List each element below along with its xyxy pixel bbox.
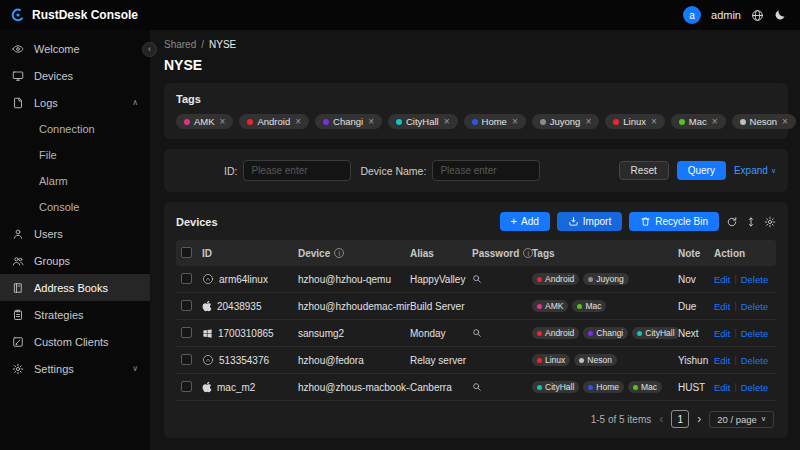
remove-tag-icon[interactable]: ×: [295, 117, 301, 127]
expand-toggle[interactable]: Expand ∨: [734, 165, 776, 176]
apple-icon: [202, 300, 212, 312]
prev-page-button[interactable]: ‹: [659, 413, 663, 425]
recycle-bin-button[interactable]: Recycle Bin: [629, 212, 719, 231]
remove-tag-icon[interactable]: ×: [512, 117, 518, 127]
tag-chip[interactable]: Android×: [239, 114, 309, 129]
sidebar-collapse-button[interactable]: ‹: [142, 42, 157, 57]
reset-button[interactable]: Reset: [619, 161, 669, 180]
row-checkbox[interactable]: [181, 327, 192, 338]
column-header-note[interactable]: Note: [678, 248, 714, 259]
tag-chip[interactable]: Mac×: [671, 114, 726, 129]
column-header-alias[interactable]: Alias: [410, 248, 472, 259]
tag-chip[interactable]: Juyong×: [532, 114, 599, 129]
row-checkbox[interactable]: [181, 381, 192, 392]
tag-chip[interactable]: AMK×: [176, 114, 233, 129]
tag-chip[interactable]: Linux×: [605, 114, 665, 129]
delete-link[interactable]: Delete: [741, 328, 768, 339]
edit-link[interactable]: Edit: [714, 355, 730, 366]
sidebar-item-settings[interactable]: Settings ∨: [0, 355, 150, 382]
row-checkbox[interactable]: [181, 273, 192, 284]
tag-label: Home: [482, 116, 507, 127]
view-password-icon[interactable]: [472, 274, 482, 284]
device-note: Nov: [678, 274, 714, 285]
tag-chip[interactable]: Neson×: [732, 114, 796, 129]
sidebar-item-logs[interactable]: Logs ∧: [0, 89, 150, 116]
remove-tag-icon[interactable]: ×: [585, 117, 591, 127]
tag-label: Neson: [750, 116, 777, 127]
column-header-password[interactable]: Passwordi: [472, 248, 532, 259]
sidebar-item-welcome[interactable]: Welcome: [0, 35, 150, 62]
tag-label: Mac: [585, 301, 601, 311]
delete-link[interactable]: Delete: [741, 274, 768, 285]
row-checkbox[interactable]: [181, 300, 192, 311]
sidebar-item-console[interactable]: Console: [0, 194, 150, 220]
theme-toggle-icon[interactable]: [774, 9, 786, 21]
sidebar: Welcome Devices Logs ∧ Connection File A…: [0, 30, 150, 450]
edit-link[interactable]: Edit: [714, 274, 730, 285]
avatar[interactable]: a: [683, 6, 701, 24]
remove-tag-icon[interactable]: ×: [651, 117, 657, 127]
sidebar-item-address-books[interactable]: Address Books: [0, 274, 150, 301]
filter-actions: Reset Query Expand ∨: [619, 161, 776, 180]
sidebar-item-connection[interactable]: Connection: [0, 116, 150, 142]
query-button[interactable]: Query: [677, 161, 726, 180]
sidebar-item-custom-clients[interactable]: Custom Clients: [0, 328, 150, 355]
column-header-tags[interactable]: Tags: [532, 248, 678, 259]
page-size-select[interactable]: 20 / page ∨: [709, 411, 774, 428]
column-header-device[interactable]: Devicei: [298, 248, 410, 259]
windows-icon: [202, 328, 213, 339]
device-name-input[interactable]: [432, 160, 540, 181]
sidebar-item-strategies[interactable]: Strategies: [0, 301, 150, 328]
tag-color-dot: [472, 119, 478, 125]
edit-link[interactable]: Edit: [714, 382, 730, 393]
tag-chip: CityHall: [632, 327, 678, 339]
sidebar-item-file[interactable]: File: [0, 142, 150, 168]
import-button[interactable]: Import: [557, 212, 622, 231]
device-alias: Build Server: [410, 301, 472, 312]
remove-tag-icon[interactable]: ×: [368, 117, 374, 127]
remove-tag-icon[interactable]: ×: [220, 117, 226, 127]
add-device-button[interactable]: +Add: [500, 212, 550, 231]
tag-chip[interactable]: Changi×: [315, 114, 382, 129]
username[interactable]: admin: [711, 9, 741, 21]
tag-label: Neson: [587, 355, 612, 365]
tag-chip: Linux: [532, 354, 570, 366]
column-height-icon[interactable]: [745, 216, 757, 228]
remove-tag-icon[interactable]: ×: [782, 117, 788, 127]
view-password-icon[interactable]: [472, 382, 482, 392]
tag-label: Android: [257, 116, 290, 127]
sidebar-item-devices[interactable]: Devices: [0, 62, 150, 89]
tag-color-dot: [588, 385, 593, 390]
delete-link[interactable]: Delete: [741, 355, 768, 366]
page-number-button[interactable]: 1: [671, 410, 689, 428]
row-checkbox[interactable]: [181, 354, 192, 365]
sidebar-item-label: Address Books: [34, 282, 108, 294]
tag-chip: CityHall: [532, 381, 579, 393]
remove-tag-icon[interactable]: ×: [444, 117, 450, 127]
tag-chip[interactable]: CityHall×: [388, 114, 458, 129]
tag-chip: AMK: [532, 300, 568, 312]
breadcrumb: Shared / NYSE: [164, 39, 788, 50]
remove-tag-icon[interactable]: ×: [712, 117, 718, 127]
id-input[interactable]: [243, 160, 351, 181]
tag-chip[interactable]: Home×: [464, 114, 526, 129]
sidebar-item-alarm[interactable]: Alarm: [0, 168, 150, 194]
edit-link[interactable]: Edit: [714, 301, 730, 312]
sidebar-item-users[interactable]: Users: [0, 220, 150, 247]
edit-link[interactable]: Edit: [714, 328, 730, 339]
user-icon: [12, 228, 25, 240]
table-settings-icon[interactable]: [764, 216, 776, 228]
select-all-checkbox[interactable]: [181, 247, 192, 258]
delete-link[interactable]: Delete: [741, 382, 768, 393]
tag-color-dot: [323, 119, 329, 125]
breadcrumb-shared[interactable]: Shared: [164, 39, 196, 50]
refresh-icon[interactable]: [726, 216, 738, 228]
next-page-button[interactable]: ›: [697, 413, 701, 425]
gear-icon: [12, 363, 25, 375]
linux-icon: [202, 354, 214, 366]
column-header-id[interactable]: ID: [202, 248, 298, 259]
sidebar-item-groups[interactable]: Groups: [0, 247, 150, 274]
delete-link[interactable]: Delete: [741, 301, 768, 312]
language-icon[interactable]: [751, 9, 764, 22]
view-password-icon[interactable]: [472, 328, 482, 338]
